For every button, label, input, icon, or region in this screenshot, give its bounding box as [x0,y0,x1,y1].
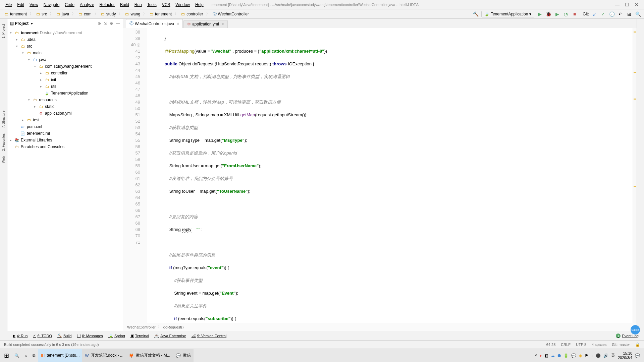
strip-web[interactable]: Web [1,154,6,166]
crumb-tenement-pkg[interactable]: 🗀tenement [148,11,174,17]
tray-ime[interactable]: 英 [611,353,615,358]
menu-edit[interactable]: Edit [14,2,27,7]
vcs-history-icon[interactable]: 🕘 [608,11,615,17]
project-locate-icon[interactable]: ⊕ [98,21,101,26]
menu-help[interactable]: Help [193,2,206,7]
project-tool-window: ▤ Project ▾ ⊕ ⇲ ⚙ — ▾🗀tenement D:\study\… [7,19,123,331]
stop-icon[interactable]: ■ [571,11,578,17]
taskbar-search[interactable]: 🔍 [12,349,22,362]
tool-terminal[interactable]: ▣ Terminal [128,333,152,339]
taskbar-taskview[interactable]: ⧉ [30,349,38,362]
tray-icon[interactable]: ◆ [579,353,582,358]
vcs-revert-icon[interactable]: ↶ [617,11,624,17]
vcs-update-icon[interactable]: ↙ [591,11,598,17]
menu-vcs[interactable]: VCS [159,2,173,7]
status-git-branch[interactable]: Git: master [612,343,630,347]
strip-favorites[interactable]: 2: Favorites [1,131,6,154]
tool-todo[interactable]: ✓ 6: TODO [30,333,55,339]
menu-view[interactable]: View [27,2,41,7]
tray-notifications-icon[interactable]: 💬 [635,353,640,358]
window-close[interactable]: ✕ [635,2,639,7]
run-config-selector[interactable]: 🍃TenementApplication▾ [481,11,534,17]
search-everywhere-icon[interactable]: 🔍 [635,11,641,17]
project-hide-icon[interactable]: — [116,21,120,26]
taskbar-wechat[interactable]: 💬微信 [173,349,194,362]
recording-badge: 04:38 [631,325,640,335]
menu-file[interactable]: File [3,2,14,7]
crumb-wang[interactable]: 🗀wang [123,11,142,17]
tool-vcs[interactable]: ⎇ 9: Version Control [189,333,229,339]
status-indent[interactable]: 4 spaces [592,343,606,347]
crumb-com[interactable]: 🗀com [76,11,94,17]
tray-icon[interactable]: ⚑ [585,353,588,358]
project-settings-icon[interactable]: ⚙ [110,21,113,26]
editor-breadcrumbs[interactable]: WechatController〉doRequest() [123,323,637,331]
build-icon[interactable]: 🔨 [473,11,479,17]
project-tree[interactable]: ▾🗀tenement D:\study\Java\tenement ▸🗀.ide… [7,28,123,331]
status-readonly-icon[interactable]: 🔓 [635,343,640,347]
code-editor[interactable]: } @PostMapping(value = "/wechat" , produ… [147,28,633,323]
tool-build[interactable]: 🔨 Build [55,333,74,339]
menu-analyze[interactable]: Analyze [77,2,97,7]
start-button[interactable]: ⊞ [1,349,12,362]
tray-icon[interactable]: ↑ [591,353,593,358]
status-line-ending[interactable]: CRLF [561,343,571,347]
strip-structure[interactable]: 7: Structure [1,108,6,131]
taskbar-firefox[interactable]: 🦊微信开放文档 - M... [126,349,173,362]
window-minimize[interactable]: — [615,2,620,7]
menu-refactor[interactable]: Refactor [97,2,117,7]
vcs-commit-icon[interactable]: ✓ [600,11,606,17]
tool-spring[interactable]: 🍃 Spring [106,333,128,339]
ide-settings-icon[interactable]: ⊞ [626,11,633,17]
menu-navigate[interactable]: Navigate [41,2,62,7]
tab-wechat-controller[interactable]: ⒸWechatController.java× [126,19,183,28]
tray-icon[interactable]: ◧ [544,353,548,358]
status-bar: Build completed successfully in 6 s 3 ms… [0,340,644,349]
status-position[interactable]: 64:28 [546,343,556,347]
status-encoding[interactable]: UTF-8 [576,343,586,347]
menu-run[interactable]: Run [132,2,145,7]
close-icon[interactable]: × [222,22,224,26]
crumb-class[interactable]: ⒸWechatController [211,11,251,17]
tab-application-yml[interactable]: ⚙application.yml× [183,20,227,28]
close-icon[interactable]: × [177,21,179,26]
menu-window[interactable]: Window [173,2,193,7]
profile-icon[interactable]: ◔ [562,11,569,17]
tray-volume-icon[interactable]: 🔊 [603,353,608,358]
tray-icon[interactable]: ♦ [540,353,542,358]
tray-overflow-icon[interactable]: ^ [535,353,537,358]
tray-icon[interactable]: ☁ [551,353,555,358]
error-stripe[interactable] [633,28,637,323]
menubar: File Edit View Navigate Code Analyze Ref… [0,0,644,9]
debug-icon[interactable]: 🐞 [545,11,552,17]
fold-gutter[interactable] [143,28,147,323]
tray-icon[interactable]: 🔋 [564,353,569,358]
menu-code[interactable]: Code [62,2,77,7]
crumb-study[interactable]: 🗀study [99,11,118,17]
editor-tabs: ⒸWechatController.java× ⚙application.yml… [123,19,637,28]
tool-run[interactable]: ▶ 4: Run [10,333,30,339]
line-number-gutter[interactable]: 383940 ⓘ41424344454647484950515253545556… [123,28,143,323]
taskbar-intellij[interactable]: ◧tenement [D:\stu... [38,349,82,362]
menu-build[interactable]: Build [117,2,132,7]
menu-tools[interactable]: Tools [145,2,159,7]
navbar: 🗀tenement〉 🗀src〉 🗀java〉 🗀com〉 🗀study〉 🗀w… [0,9,644,19]
tray-icon[interactable]: 💬 [571,353,576,358]
crumb-controller[interactable]: 🗀controller [179,11,205,17]
project-view-selector[interactable]: ▤ Project ▾ [10,21,33,26]
tool-javaee[interactable]: ☕ Java Enterprise [152,333,189,339]
taskbar-word[interactable]: W开发笔记.docx - ... [82,349,126,362]
tool-messages[interactable]: ⓘ 0: Messages [74,333,106,339]
tray-clock[interactable]: 15:102020/3/4 [618,351,632,360]
tray-icon[interactable]: ⬢ [557,353,561,358]
strip-project[interactable]: 1: Project [1,21,6,41]
crumb-java[interactable]: 🗀java [54,11,71,17]
window-maximize[interactable]: ☐ [625,2,629,7]
crumb-src[interactable]: 🗀src [34,11,49,17]
tray-network-icon[interactable]: ⚫ [596,353,601,358]
taskbar-cortana[interactable]: ○ [22,349,30,362]
coverage-icon[interactable]: ▶ [554,11,560,17]
crumb-tenement[interactable]: 🗀tenement [3,11,29,17]
run-icon[interactable]: ▶ [536,11,543,17]
project-collapse-icon[interactable]: ⇲ [104,21,107,26]
